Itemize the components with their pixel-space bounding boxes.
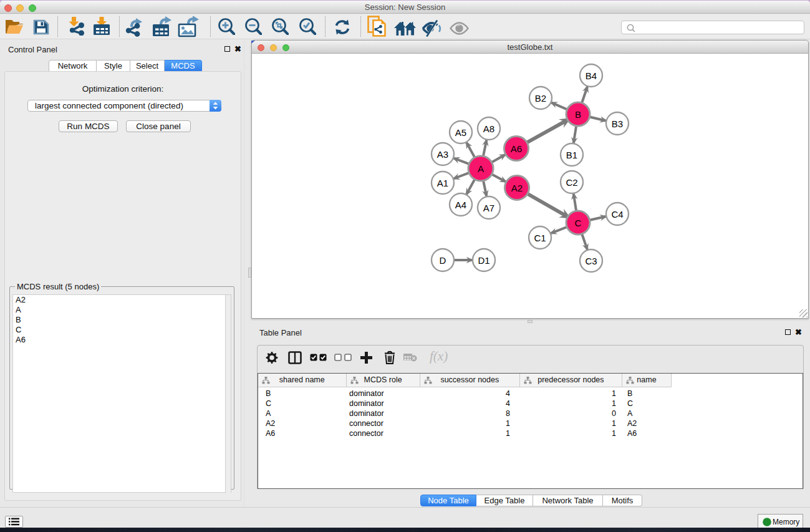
svg-text:A2: A2 (511, 183, 523, 193)
svg-text:B1: B1 (566, 150, 577, 160)
svg-text:A8: A8 (483, 123, 494, 134)
svg-text:D1: D1 (478, 255, 489, 266)
svg-text:B3: B3 (612, 118, 623, 129)
svg-text:C1: C1 (534, 233, 546, 243)
svg-text:B4: B4 (586, 70, 597, 81)
svg-text:A4: A4 (455, 200, 466, 210)
svg-text:B: B (575, 109, 581, 120)
svg-text:B2: B2 (535, 93, 546, 104)
svg-text:A3: A3 (437, 149, 448, 160)
svg-text:C3: C3 (585, 256, 597, 266)
svg-text:C4: C4 (611, 209, 623, 220)
svg-text:C: C (575, 218, 582, 228)
svg-text:C2: C2 (566, 177, 577, 188)
svg-text:A5: A5 (455, 127, 466, 138)
svg-text:A7: A7 (483, 203, 494, 213)
svg-text:A: A (478, 163, 484, 174)
svg-text:A6: A6 (511, 143, 522, 154)
svg-text:A1: A1 (437, 178, 448, 188)
svg-text:D: D (440, 255, 446, 266)
